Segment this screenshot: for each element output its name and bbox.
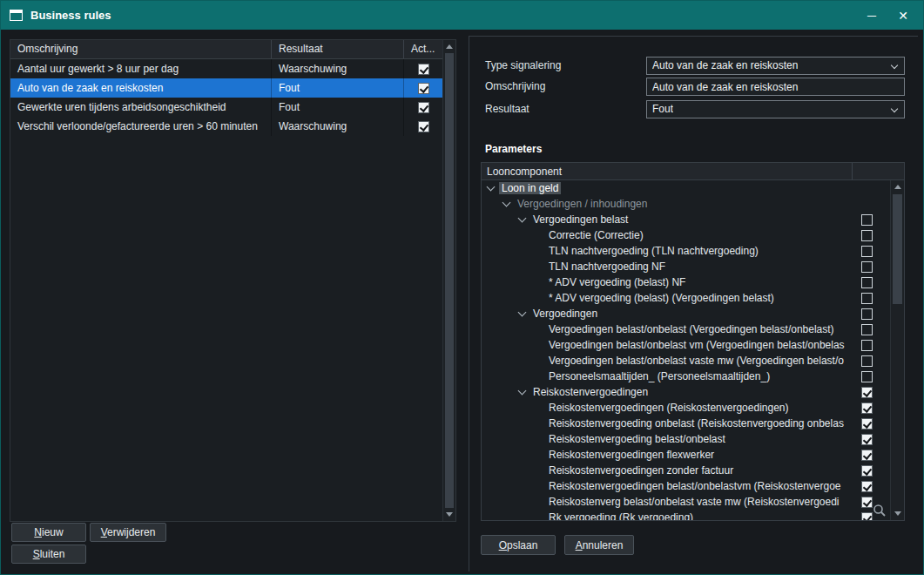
rules-table-body: Aantal uur gewerkt > 8 uur per dagWaarsc… — [10, 59, 442, 521]
tree-node-checkbox[interactable] — [861, 214, 873, 226]
omschrijving-input[interactable] — [646, 78, 905, 96]
close-button[interactable]: ✕ — [892, 5, 914, 26]
scrollbar-thumb[interactable] — [893, 194, 902, 304]
tree-node[interactable]: Vergoedingen belast/onbelast vm (Vergoed… — [482, 337, 890, 353]
tree-node-main: Reiskostenvergoeding onbelast (Reiskoste… — [482, 417, 861, 430]
scroll-up-arrow-icon[interactable] — [891, 180, 904, 193]
tree-node-checkbox[interactable] — [861, 371, 873, 382]
column-header-resultaat[interactable]: Resultaat — [272, 40, 404, 58]
rules-table-scrollbar[interactable] — [442, 40, 455, 521]
tree-node[interactable]: Reiskostenvergoeding onbelast (Reiskoste… — [482, 416, 890, 431]
tree-node[interactable]: Vergoedingen belast/onbelast vaste mw (V… — [482, 353, 890, 369]
tree-node-checkbox[interactable] — [861, 355, 873, 367]
scroll-down-arrow-icon[interactable] — [891, 507, 904, 520]
scroll-down-arrow-icon[interactable] — [443, 508, 455, 521]
tree-node[interactable]: Reiskostenvergoedingen — [482, 384, 890, 400]
annuleren-button[interactable]: Annuleren — [564, 535, 634, 555]
tree-node[interactable]: Reiskostenvergoeding belast/onbelast — [482, 431, 890, 447]
tree-node-checkbox[interactable] — [861, 230, 873, 241]
tree-node-checkbox[interactable] — [861, 308, 873, 320]
tree-node[interactable]: * ADV vergoeding (belast) NF — [482, 274, 890, 290]
tree-node[interactable]: Reiskostenvergoedingen zonder factuur — [482, 463, 890, 478]
tree-node-checkbox[interactable] — [861, 324, 873, 335]
tree-node[interactable]: Vergoedingen belast — [482, 212, 890, 227]
nieuw-button[interactable]: Nieuw — [11, 523, 86, 542]
rule-actief-checkbox[interactable] — [418, 121, 429, 132]
tree-node-checkbox[interactable] — [861, 261, 873, 273]
type-signalering-value: Auto van de zaak en reiskosten — [652, 58, 798, 74]
table-row[interactable]: Verschil verloonde/gefactureerde uren > … — [10, 117, 442, 136]
tree-node-main: Reiskostenvergoedingen — [482, 386, 861, 398]
tree-node-checkbox[interactable] — [861, 293, 873, 304]
tree-column-header[interactable]: Looncomponent — [482, 163, 904, 180]
tree-node[interactable]: TLN nachtvergoeding (TLN nachtvergoeding… — [482, 243, 890, 259]
tree-node-checkbox[interactable] — [861, 418, 873, 430]
tree-node-checkbox[interactable] — [861, 497, 873, 508]
tree-node-checkbox[interactable] — [861, 465, 873, 477]
tree-node-checkbox[interactable] — [861, 246, 873, 257]
table-row[interactable]: Auto van de zaak en reiskostenFout — [10, 78, 442, 98]
minimize-button[interactable]: ─ — [860, 5, 883, 26]
tree-node-label: Reiskostenvergoedingen zonder factuur — [546, 464, 736, 477]
tree-node-checkbox[interactable] — [861, 340, 873, 351]
column-header-actief[interactable]: Act... — [404, 40, 442, 58]
tree-node[interactable]: Reiskostenvergoedingen (Reiskostenvergoe… — [482, 400, 890, 416]
rule-resultaat: Waarschuwing — [272, 59, 404, 78]
tree-node-checkbox[interactable] — [861, 387, 873, 398]
opslaan-button[interactable]: Opslaan — [481, 535, 556, 555]
tree-node[interactable]: Reiskostenverg belast/onbelast vaste mw … — [482, 494, 890, 510]
tree-node-checkbox[interactable] — [861, 481, 873, 492]
tree-node[interactable]: Vergoedingen belast/onbelast (Vergoeding… — [482, 321, 890, 337]
tree-node-label: Vergoedingen belast — [530, 213, 631, 226]
tree-node[interactable]: Vergoedingen / inhoudingen — [482, 196, 890, 212]
tree-node[interactable]: Reiskostenvergoedingen flexwerker — [482, 447, 890, 463]
scrollbar-thumb[interactable] — [445, 53, 454, 508]
tree-node-checkbox[interactable] — [861, 434, 873, 445]
sluiten-button[interactable]: Sluiten — [11, 545, 86, 564]
rule-actief-checkbox[interactable] — [418, 83, 429, 94]
tree-node-checkbox[interactable] — [861, 402, 873, 414]
tree-node-main: Loon in geld — [482, 182, 861, 194]
tree-node[interactable]: Loon in geld — [482, 180, 890, 196]
search-icon[interactable] — [873, 504, 887, 518]
rule-omschrijving: Aantal uur gewerkt > 8 uur per dag — [10, 59, 272, 78]
tree-scrollbar[interactable] — [890, 180, 904, 520]
tree-node[interactable]: Reiskostenvergoedingen belast/onbelastvm… — [482, 478, 890, 494]
tree-node[interactable]: Vergoedingen — [482, 306, 890, 321]
tree-node-label: Vergoedingen / inhoudingen — [515, 198, 650, 210]
table-row[interactable]: Gewerkte uren tijdens arbeidsongeschikth… — [10, 98, 442, 117]
expander-chevron-down-icon[interactable] — [516, 308, 529, 320]
scroll-up-arrow-icon[interactable] — [443, 40, 455, 53]
tree-node-check-cell — [861, 481, 890, 492]
tree-node-label: * ADV vergoeding (belast) (Vergoedingen … — [546, 292, 777, 304]
titlebar[interactable]: Business rules ─ ✕ — [1, 1, 923, 30]
tree-node-check-cell — [861, 261, 890, 273]
type-signalering-select[interactable]: Auto van de zaak en reiskosten — [646, 57, 905, 75]
tree-node[interactable]: Personeelsmaaltijden_ (Personeelsmaaltij… — [482, 369, 890, 384]
tree-node-main: Reiskostenvergoedingen belast/onbelastvm… — [482, 480, 861, 492]
verwijderen-button[interactable]: Verwijderen — [90, 523, 166, 542]
tree-node-check-cell — [861, 450, 890, 461]
rule-actief-checkbox[interactable] — [418, 64, 429, 75]
rule-actief-cell — [404, 78, 442, 98]
tree-node[interactable]: Rk vergoeding (Rk vergoeding) — [482, 510, 890, 520]
rules-table: Omschrijving Resultaat Act... Aantal uur… — [10, 39, 456, 522]
tree-node[interactable]: Correctie (Correctie) — [482, 227, 890, 243]
resultaat-label: Resultaat — [485, 100, 529, 118]
table-row[interactable]: Aantal uur gewerkt > 8 uur per dagWaarsc… — [10, 59, 442, 78]
column-header-omschrijving[interactable]: Omschrijving — [10, 40, 272, 58]
rule-actief-checkbox[interactable] — [418, 102, 429, 113]
tree-node[interactable]: TLN nachtvergoeding NF — [482, 259, 890, 274]
expander-chevron-down-icon[interactable] — [485, 182, 497, 194]
tree-node-checkbox[interactable] — [861, 450, 873, 461]
expander-chevron-down-icon[interactable] — [516, 213, 529, 226]
expander-chevron-down-icon[interactable] — [501, 198, 513, 210]
tree-node-checkbox[interactable] — [861, 277, 873, 288]
tree-node-checkbox[interactable] — [861, 512, 873, 521]
detail-panel: Type signalering Auto van de zaak en rei… — [469, 36, 918, 572]
tree-node-label: Reiskostenvergoeding onbelast (Reiskoste… — [546, 417, 846, 430]
window-title: Business rules — [30, 9, 111, 22]
tree-node[interactable]: * ADV vergoeding (belast) (Vergoedingen … — [482, 290, 890, 306]
expander-chevron-down-icon[interactable] — [516, 386, 529, 398]
resultaat-select[interactable]: Fout — [646, 100, 905, 118]
